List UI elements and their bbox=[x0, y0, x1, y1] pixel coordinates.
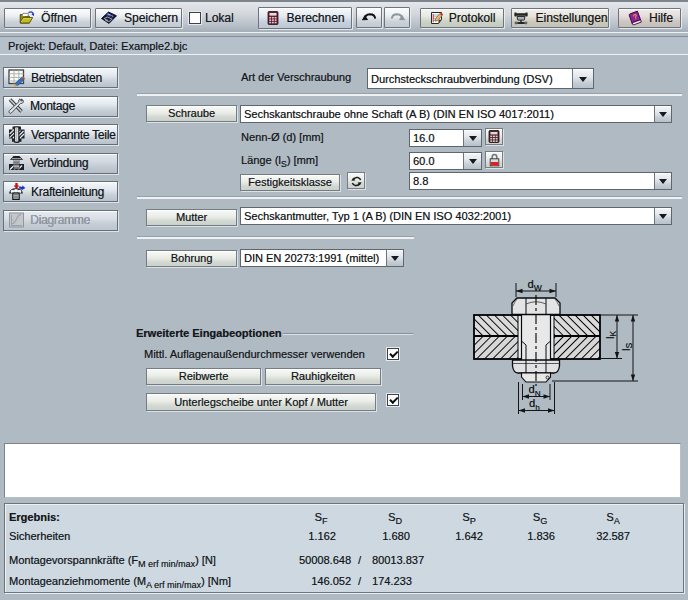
svg-text:dW: dW bbox=[528, 278, 542, 293]
svg-text:lS: lS bbox=[620, 343, 635, 351]
svg-text:dh: dh bbox=[529, 397, 540, 412]
svg-text:lK: lK bbox=[604, 331, 619, 339]
svg-text:dN: dN bbox=[529, 383, 541, 398]
